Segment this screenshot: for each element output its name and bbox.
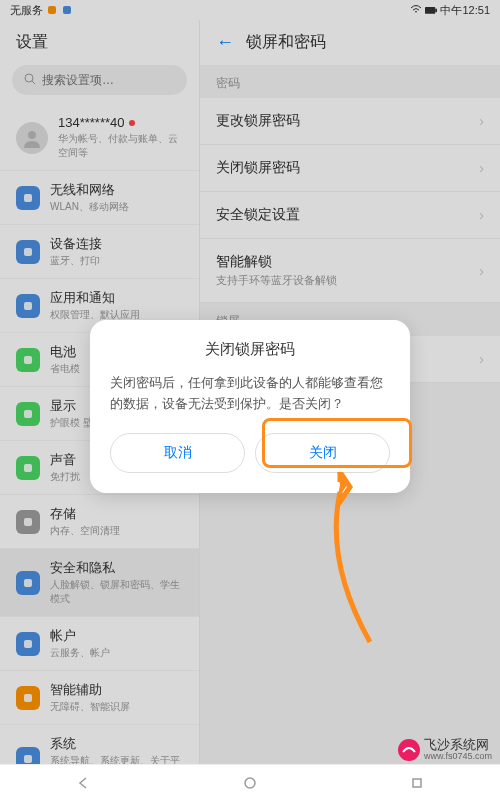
nav-back-icon[interactable] xyxy=(73,773,93,793)
svg-rect-3 xyxy=(436,9,438,12)
svg-rect-0 xyxy=(48,6,56,14)
search-icon xyxy=(24,71,36,89)
menu-subtitle: 权限管理、默认应用 xyxy=(50,308,183,322)
svg-rect-10 xyxy=(24,356,32,364)
battery-icon xyxy=(425,4,437,16)
search-input[interactable] xyxy=(42,73,175,87)
menu-subtitle: 蓝牙、打印 xyxy=(50,254,183,268)
svg-rect-1 xyxy=(63,6,71,14)
watermark-url: www.fs0745.com xyxy=(424,752,492,762)
sidebar-item-3[interactable]: 电池 省电模 xyxy=(0,333,199,387)
sidebar-item-0[interactable]: 无线和网络 WLAN、移动网络 xyxy=(0,171,199,225)
menu-icon xyxy=(16,456,40,480)
setting-title: 更改锁屏密码 xyxy=(216,112,300,130)
detail-title: 锁屏和密码 xyxy=(246,32,326,53)
chevron-right-icon: › xyxy=(479,351,484,367)
menu-subtitle: 护眼模 壁纸 xyxy=(50,416,183,430)
menu-subtitle: 无障碍、智能识屏 xyxy=(50,700,183,714)
menu-title: 无线和网络 xyxy=(50,181,183,199)
svg-rect-8 xyxy=(24,248,32,256)
section-label: 密码 xyxy=(200,65,500,98)
setting-row-0-2[interactable]: 安全锁定设置 › xyxy=(200,192,500,239)
setting-row-0-0[interactable]: 更改锁屏密码 › xyxy=(200,98,500,145)
menu-icon xyxy=(16,686,40,710)
menu-title: 智能辅助 xyxy=(50,681,183,699)
sidebar-item-4[interactable]: 显示 护眼模 壁纸 xyxy=(0,387,199,441)
menu-title: 安全和隐私 xyxy=(50,559,183,577)
menu-subtitle: WLAN、移动网络 xyxy=(50,200,183,214)
menu-subtitle: 云服务、帐户 xyxy=(50,646,183,660)
svg-rect-2 xyxy=(425,7,435,14)
menu-title: 系统 xyxy=(50,735,183,753)
status-bar: 无服务 中午12:51 xyxy=(0,0,500,20)
account-row[interactable]: 134******40 华为帐号、付款与账单、云空间等 xyxy=(0,105,199,171)
menu-icon xyxy=(16,571,40,595)
svg-point-19 xyxy=(398,739,420,761)
detail-header: ← 锁屏和密码 xyxy=(200,20,500,65)
account-description: 华为帐号、付款与账单、云空间等 xyxy=(58,132,183,160)
setting-title: 关闭锁屏密码 xyxy=(216,159,300,177)
back-icon[interactable]: ← xyxy=(216,32,234,53)
setting-title: 锁屏样式 xyxy=(216,350,272,368)
chevron-right-icon: › xyxy=(479,113,484,129)
menu-subtitle: 免打扰 xyxy=(50,470,183,484)
svg-rect-11 xyxy=(24,410,32,418)
time: 中午12:51 xyxy=(440,3,490,18)
svg-rect-7 xyxy=(24,194,32,202)
nav-recent-icon[interactable] xyxy=(407,773,427,793)
setting-title: 智能解锁 xyxy=(216,253,337,271)
menu-title: 帐户 xyxy=(50,627,183,645)
svg-rect-14 xyxy=(24,579,32,587)
nav-bar xyxy=(0,764,500,800)
setting-subtitle: 支持手环等蓝牙设备解锁 xyxy=(216,273,337,288)
sidebar-item-5[interactable]: 声音 免打扰 xyxy=(0,441,199,495)
sidebar-item-8[interactable]: 帐户 云服务、帐户 xyxy=(0,617,199,671)
menu-subtitle: 省电模 xyxy=(50,362,183,376)
setting-row-0-3[interactable]: 智能解锁 支持手环等蓝牙设备解锁 › xyxy=(200,239,500,303)
watermark-logo-icon xyxy=(397,738,421,762)
menu-title: 电池 xyxy=(50,343,183,361)
account-phone: 134******40 xyxy=(58,115,125,130)
menu-icon xyxy=(16,348,40,372)
menu-subtitle: 人脸解锁、锁屏和密码、学生模式 xyxy=(50,578,183,606)
setting-row-1-0[interactable]: 锁屏样式 › xyxy=(200,336,500,383)
menu-icon xyxy=(16,294,40,318)
svg-rect-13 xyxy=(24,518,32,526)
menu-title: 设备连接 xyxy=(50,235,183,253)
sidebar-item-7[interactable]: 安全和隐私 人脸解锁、锁屏和密码、学生模式 xyxy=(0,549,199,617)
watermark: 飞沙系统网 www.fs0745.com xyxy=(397,738,492,762)
menu-title: 存储 xyxy=(50,505,183,523)
menu-title: 应用和通知 xyxy=(50,289,183,307)
sidebar-item-6[interactable]: 存储 内存、空间清理 xyxy=(0,495,199,549)
svg-rect-21 xyxy=(413,779,421,787)
nav-home-icon[interactable] xyxy=(240,773,260,793)
menu-title: 声音 xyxy=(50,451,183,469)
settings-sidebar: 设置 134******40 华为帐号、付款与账单、云空间等 xyxy=(0,20,200,800)
svg-rect-12 xyxy=(24,464,32,472)
menu-icon xyxy=(16,402,40,426)
detail-panel: ← 锁屏和密码 密码 更改锁屏密码 › 关闭锁屏密码 › 安全锁定设置 › 智能… xyxy=(200,20,500,800)
watermark-name: 飞沙系统网 xyxy=(424,738,492,752)
wifi-icon xyxy=(410,4,422,16)
setting-row-0-1[interactable]: 关闭锁屏密码 › xyxy=(200,145,500,192)
settings-title: 设置 xyxy=(0,20,199,65)
menu-icon xyxy=(16,510,40,534)
svg-point-6 xyxy=(28,131,36,139)
svg-rect-9 xyxy=(24,302,32,310)
chevron-right-icon: › xyxy=(479,160,484,176)
svg-rect-15 xyxy=(24,640,32,648)
cloud-icon xyxy=(61,4,73,16)
sun-icon xyxy=(46,4,58,16)
chevron-right-icon: › xyxy=(479,207,484,223)
search-box[interactable] xyxy=(12,65,187,95)
sidebar-item-2[interactable]: 应用和通知 权限管理、默认应用 xyxy=(0,279,199,333)
service-status: 无服务 xyxy=(10,3,43,18)
sidebar-item-1[interactable]: 设备连接 蓝牙、打印 xyxy=(0,225,199,279)
avatar xyxy=(16,122,48,154)
menu-icon xyxy=(16,186,40,210)
svg-point-4 xyxy=(25,74,33,82)
sidebar-item-9[interactable]: 智能辅助 无障碍、智能识屏 xyxy=(0,671,199,725)
section-label: 锁屏 xyxy=(200,303,500,336)
menu-icon xyxy=(16,632,40,656)
menu-title: 显示 xyxy=(50,397,183,415)
